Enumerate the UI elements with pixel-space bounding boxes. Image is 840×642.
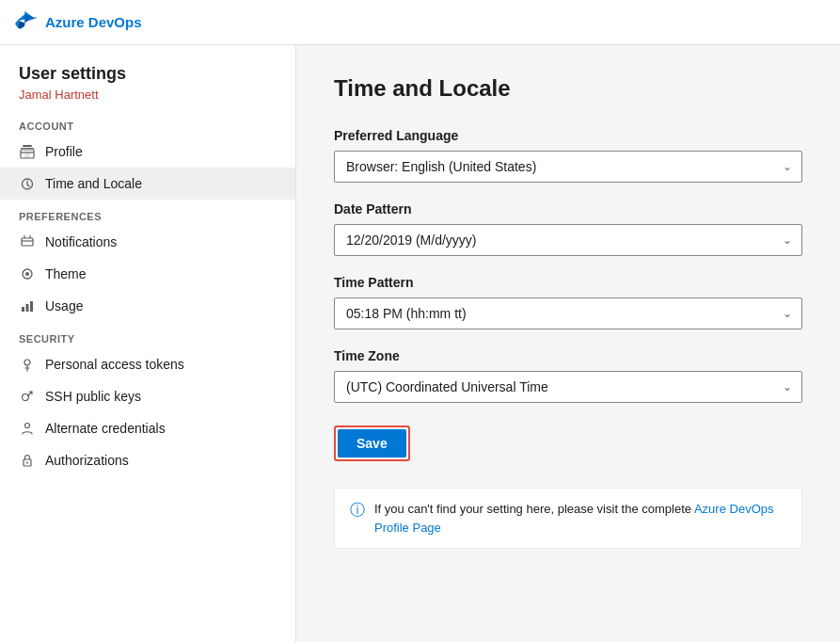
- topbar: Azure DevOps: [0, 0, 840, 45]
- time-pattern-field-group: Time Pattern 05:18 PM (hh:mm tt) 17:18 (…: [334, 275, 802, 329]
- sidebar-username[interactable]: Jamal Hartnett: [19, 88, 277, 102]
- sidebar-title: User settings: [19, 64, 277, 84]
- sidebar-item-notifications[interactable]: Notifications: [0, 226, 295, 258]
- date-pattern-select-wrapper: 12/20/2019 (M/d/yyyy) 20/12/2019 (d/M/yy…: [334, 224, 802, 256]
- altcred-icon: [19, 420, 36, 437]
- time-pattern-select-wrapper: 05:18 PM (hh:mm tt) 17:18 (HH:mm) 5:18 P…: [334, 297, 802, 329]
- page-title: Time and Locale: [334, 75, 802, 102]
- ssh-label: SSH public keys: [45, 389, 141, 404]
- sidebar-item-auth[interactable]: Authorizations: [0, 444, 295, 476]
- info-text: If you can't find your setting here, ple…: [374, 500, 786, 537]
- auth-label: Authorizations: [45, 453, 129, 468]
- language-select[interactable]: Browser: English (United States) English…: [335, 152, 801, 182]
- sidebar-item-time-locale[interactable]: Time and Locale: [0, 168, 295, 200]
- svg-rect-12: [22, 307, 24, 312]
- pat-label: Personal access tokens: [45, 357, 184, 372]
- save-button[interactable]: Save: [338, 429, 406, 457]
- svg-rect-6: [22, 238, 33, 246]
- usage-label: Usage: [45, 298, 83, 313]
- svg-point-19: [26, 462, 28, 464]
- logo-text: Azure DevOps: [45, 14, 142, 30]
- section-label-security: Security: [0, 322, 295, 348]
- sidebar-item-ssh[interactable]: SSH public keys: [0, 380, 295, 412]
- sidebar-item-profile[interactable]: Profile: [0, 136, 295, 168]
- time-zone-label: Time Zone: [334, 348, 802, 363]
- language-field-group: Preferred Language Browser: English (Uni…: [334, 128, 802, 183]
- usage-icon: [19, 297, 36, 314]
- svg-rect-13: [26, 304, 29, 312]
- alt-cred-label: Alternate credentials: [45, 421, 166, 436]
- svg-rect-1: [21, 148, 34, 149]
- section-label-preferences: Preferences: [0, 200, 295, 226]
- time-pattern-select[interactable]: 05:18 PM (hh:mm tt) 17:18 (HH:mm) 5:18 P…: [335, 298, 801, 329]
- info-box: ⓘ If you can't find your setting here, p…: [334, 488, 802, 549]
- notifications-label: Notifications: [45, 234, 117, 249]
- info-icon: ⓘ: [350, 501, 365, 521]
- svg-point-11: [25, 272, 29, 276]
- clock-icon: [19, 175, 36, 192]
- save-area: Save: [334, 425, 802, 461]
- svg-rect-4: [24, 152, 30, 158]
- sidebar-item-usage[interactable]: Usage: [0, 290, 295, 322]
- language-select-wrapper: Browser: English (United States) English…: [334, 151, 802, 183]
- sidebar-item-pat[interactable]: Personal access tokens: [0, 348, 295, 380]
- svg-rect-0: [23, 145, 32, 147]
- theme-icon: [19, 265, 36, 282]
- sidebar: User settings Jamal Hartnett Account Pro…: [0, 45, 296, 642]
- save-button-highlight: Save: [334, 425, 410, 461]
- profile-icon: [19, 143, 36, 160]
- time-locale-label: Time and Locale: [45, 176, 142, 191]
- main-content: Time and Locale Preferred Language Brows…: [296, 45, 840, 642]
- svg-point-17: [25, 424, 30, 428]
- date-pattern-label: Date Pattern: [334, 201, 802, 217]
- profile-label: Profile: [45, 144, 83, 159]
- time-zone-field-group: Time Zone (UTC) Coordinated Universal Ti…: [334, 348, 802, 403]
- svg-point-15: [24, 360, 30, 365]
- pat-icon: [19, 356, 36, 373]
- svg-rect-14: [30, 301, 33, 312]
- language-label: Preferred Language: [334, 128, 802, 143]
- time-zone-select-wrapper: (UTC) Coordinated Universal Time (UTC-05…: [334, 371, 802, 403]
- azure-devops-icon: [15, 11, 38, 34]
- info-text-before-link: If you can't find your setting here, ple…: [374, 502, 694, 516]
- svg-point-16: [23, 394, 29, 401]
- sidebar-item-alt-cred[interactable]: Alternate credentials: [0, 412, 295, 444]
- auth-icon: [19, 452, 36, 469]
- form-section: Preferred Language Browser: English (Uni…: [334, 128, 802, 549]
- ssh-icon: [19, 388, 36, 405]
- sidebar-header: User settings Jamal Hartnett: [0, 45, 295, 109]
- logo[interactable]: Azure DevOps: [15, 11, 142, 34]
- notifications-icon: [19, 233, 36, 250]
- date-pattern-select[interactable]: 12/20/2019 (M/d/yyyy) 20/12/2019 (d/M/yy…: [335, 225, 801, 255]
- time-pattern-label: Time Pattern: [334, 275, 802, 290]
- date-pattern-field-group: Date Pattern 12/20/2019 (M/d/yyyy) 20/12…: [334, 201, 802, 256]
- theme-label: Theme: [45, 266, 87, 281]
- sidebar-item-theme[interactable]: Theme: [0, 258, 295, 290]
- section-label-account: Account: [0, 109, 295, 136]
- time-zone-select[interactable]: (UTC) Coordinated Universal Time (UTC-05…: [335, 372, 801, 402]
